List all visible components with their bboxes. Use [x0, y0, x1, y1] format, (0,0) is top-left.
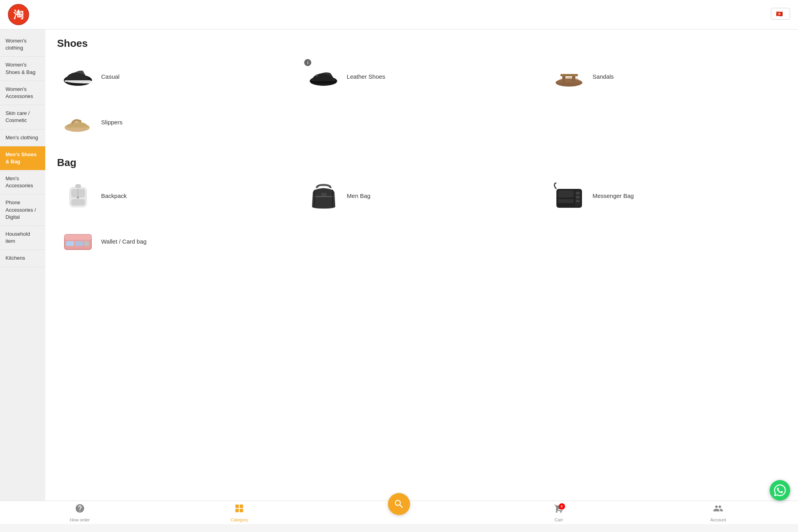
sidebar-item-mens-shoes-bag[interactable]: Men's Shoes & Bag: [0, 146, 45, 170]
category-item-men-bag[interactable]: Men Bag: [303, 177, 540, 214]
nav-label-cart: Cart: [554, 517, 563, 522]
svg-rect-22: [576, 192, 580, 194]
category-img-slippers: [60, 106, 96, 138]
category-label-sandals: Sandals: [593, 73, 614, 80]
header-title-block: [37, 14, 771, 15]
section-title-shoes: Shoes: [57, 37, 786, 50]
nav-item-category[interactable]: Category: [160, 501, 320, 524]
category-item-wallet-card-bag[interactable]: Wallet / Card bag: [57, 222, 295, 260]
nav-item-account[interactable]: Account: [638, 501, 798, 524]
category-label-slippers: Slippers: [101, 119, 122, 126]
nav-item-cart[interactable]: 0Cart: [479, 501, 639, 524]
header-right: 🇭🇰: [771, 8, 790, 21]
sidebar-item-phone-accessories[interactable]: Phone Accessories / Digital: [0, 194, 45, 226]
sidebar-item-kitchens[interactable]: Kitchens: [0, 250, 45, 267]
nav-item-search[interactable]: [319, 501, 479, 524]
nav-label-account: Account: [710, 517, 726, 522]
sidebar-item-womens-shoes-bag[interactable]: Women's Shoes & Bag: [0, 57, 45, 81]
category-item-slippers[interactable]: Slippers: [57, 103, 295, 141]
category-img-wallet-card-bag: [60, 225, 96, 257]
svg-rect-24: [576, 200, 580, 202]
sidebar-item-household[interactable]: Household item: [0, 226, 45, 250]
svg-rect-14: [314, 196, 334, 197]
svg-rect-6: [560, 74, 578, 76]
sidebar-item-womens-clothing[interactable]: Women's clothing: [0, 33, 45, 57]
category-img-backpack: [60, 180, 96, 211]
category-img-leather-shoes: i: [306, 61, 341, 92]
category-img-casual: [60, 61, 96, 92]
sidebar-item-skincare[interactable]: Skin care / Cosmetic: [0, 105, 45, 129]
logo-icon: 淘: [8, 4, 29, 25]
search-button[interactable]: [388, 493, 410, 515]
svg-rect-26: [65, 235, 91, 240]
category-label-backpack: Backpack: [101, 192, 127, 199]
svg-rect-4: [562, 76, 565, 83]
svg-rect-10: [71, 199, 85, 205]
category-item-casual[interactable]: Casual: [57, 57, 295, 95]
svg-rect-20: [558, 199, 574, 203]
main-content: Shoes Casual iLeather Shoes Sandals Slip…: [45, 30, 798, 501]
sidebar: Women's clothingWomen's Shoes & BagWomen…: [0, 30, 45, 501]
how-order-icon: [75, 503, 85, 516]
category-item-messenger-bag[interactable]: Messenger Bag: [549, 177, 786, 214]
svg-rect-19: [558, 190, 574, 198]
account-icon: [713, 503, 723, 516]
category-label-wallet-card-bag: Wallet / Card bag: [101, 238, 146, 245]
main-layout: Women's clothingWomen's Shoes & BagWomen…: [0, 30, 798, 501]
category-img-sandals: [552, 61, 587, 92]
sidebar-item-mens-accessories[interactable]: Men's Accessories: [0, 170, 45, 194]
svg-rect-29: [84, 241, 89, 246]
sidebar-item-mens-clothing[interactable]: Men's clothing: [0, 129, 45, 146]
svg-rect-15: [321, 193, 327, 196]
category-label-messenger-bag: Messenger Bag: [593, 192, 634, 199]
category-label-casual: Casual: [101, 73, 120, 80]
svg-rect-27: [66, 241, 74, 246]
logo: 淘: [8, 4, 29, 25]
category-img-men-bag: [306, 180, 341, 211]
category-img-messenger-bag: [552, 180, 587, 211]
bottom-nav: How orderCategory0CartAccount: [0, 501, 798, 524]
category-item-backpack[interactable]: Backpack: [57, 177, 295, 214]
flag-hk: 🇭🇰: [776, 11, 783, 17]
svg-rect-23: [576, 196, 580, 198]
category-grid-bag: Backpack Men Bag Messenger Bag Wallet / …: [57, 177, 786, 260]
nav-label-category: Category: [231, 517, 248, 522]
svg-point-13: [77, 196, 79, 199]
category-item-leather-shoes[interactable]: iLeather Shoes: [303, 57, 540, 95]
category-icon: [234, 503, 244, 516]
category-item-sandals[interactable]: Sandals: [549, 57, 786, 95]
nav-label-how-order: How order: [70, 517, 90, 522]
cart-badge: 0: [559, 503, 565, 510]
region-button[interactable]: 🇭🇰: [771, 8, 790, 20]
sidebar-item-womens-accessories[interactable]: Women's Accessories: [0, 81, 45, 105]
whatsapp-button[interactable]: [770, 480, 790, 501]
category-label-men-bag: Men Bag: [347, 192, 370, 199]
section-title-bag: Bag: [57, 157, 786, 169]
svg-rect-11: [75, 184, 81, 188]
nav-item-how-order[interactable]: How order: [0, 501, 160, 524]
category-label-leather-shoes: Leather Shoes: [347, 73, 385, 80]
svg-rect-28: [75, 241, 83, 246]
category-grid-shoes: Casual iLeather Shoes Sandals Slippers: [57, 57, 786, 141]
header: 淘 🇭🇰: [0, 0, 798, 30]
svg-point-2: [316, 74, 318, 77]
